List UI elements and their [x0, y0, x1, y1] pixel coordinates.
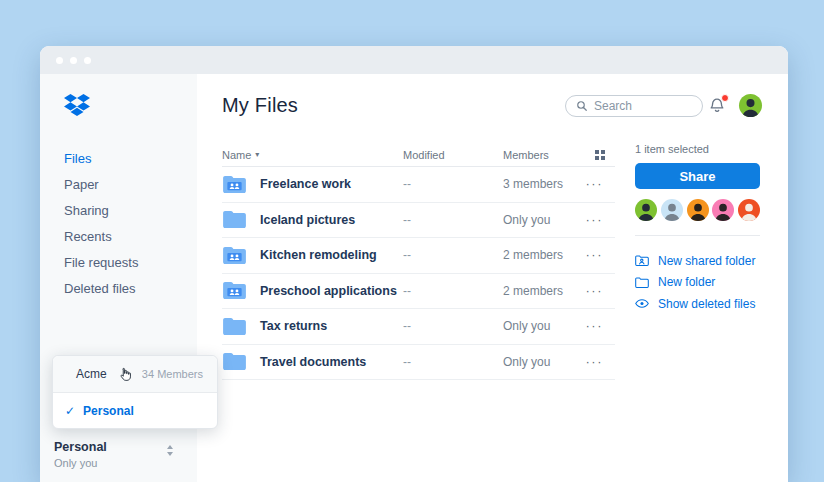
new-folder-button[interactable]: New folder [635, 272, 760, 294]
person-silhouette-icon [738, 199, 760, 221]
account-toggle-chevrons-icon[interactable] [167, 445, 173, 456]
person-silhouette-icon [712, 199, 734, 221]
file-name: Kitchen remodeling [260, 248, 377, 262]
action-label: New shared folder [658, 254, 755, 268]
file-name: Tax returns [260, 319, 327, 333]
selected-account-label: Personal [83, 404, 134, 418]
sidebar-item-sharing[interactable]: Sharing [40, 198, 197, 224]
file-name: Travel documents [260, 355, 366, 369]
sidebar-item-deleted-files[interactable]: Deleted files [40, 276, 197, 302]
shared-badge-icon [227, 288, 241, 296]
window-control-dot[interactable] [70, 57, 77, 64]
hand-cursor-icon [117, 367, 132, 382]
window-controls[interactable] [56, 57, 91, 64]
table-header: Name ▾ Modified Members [222, 143, 615, 167]
window-control-dot[interactable] [56, 57, 63, 64]
org-name: Acme [76, 367, 107, 381]
person-silhouette-icon [739, 94, 762, 117]
table-row[interactable]: Travel documents -- Only you ··· [222, 345, 615, 381]
folder-icon [222, 175, 247, 194]
eye-icon [635, 298, 649, 309]
folder-icon [222, 317, 247, 336]
members-value: Only you [503, 355, 583, 369]
sidebar-item-files[interactable]: Files [40, 146, 197, 172]
search-icon [576, 100, 588, 112]
folder-icon [222, 352, 247, 371]
members-value: Only you [503, 319, 583, 333]
table-row[interactable]: Tax returns -- Only you ··· [222, 309, 615, 345]
sidebar-item-recents[interactable]: Recents [40, 224, 197, 250]
members-value: 3 members [503, 177, 583, 191]
members-value: Only you [503, 213, 583, 227]
table-row[interactable]: Freelance work -- 3 members ··· [222, 167, 615, 203]
user-avatar[interactable] [739, 94, 762, 117]
file-table: Name ▾ Modified Members [222, 143, 615, 380]
account-switcher[interactable]: Personal Only you [54, 440, 187, 469]
sidebar-nav: Files Paper Sharing Recents File request… [40, 146, 197, 302]
members-value: 2 members [503, 248, 583, 262]
search-placeholder: Search [594, 99, 632, 113]
modified-value: -- [403, 248, 503, 262]
action-label: Show deleted files [658, 297, 755, 311]
file-name: Iceland pictures [260, 213, 355, 227]
popup-item-acme[interactable]: Acme 34 Members [53, 356, 217, 393]
account-detail: Only you [54, 457, 187, 469]
member-avatar[interactable] [712, 199, 734, 221]
shared-badge-icon [227, 253, 241, 261]
file-name: Preschool applications [260, 284, 397, 298]
account-switcher-popup: Acme 34 Members ✓ Personal [52, 355, 218, 429]
row-menu-ellipsis-icon[interactable]: ··· [586, 215, 604, 225]
row-menu-ellipsis-icon[interactable]: ··· [586, 321, 604, 331]
panel-divider [635, 235, 760, 236]
column-header-members[interactable]: Members [503, 149, 583, 161]
selection-panel: 1 item selected Share New shared folder [615, 143, 788, 380]
folder-icon [635, 276, 649, 289]
shared-folder-icon [635, 254, 649, 267]
sidebar-item-file-requests[interactable]: File requests [40, 250, 197, 276]
member-avatars [635, 199, 760, 221]
org-members-count: 34 Members [142, 368, 203, 380]
search-input[interactable]: Search [565, 95, 703, 117]
member-avatar[interactable] [687, 199, 709, 221]
folder-icon [222, 281, 247, 300]
file-name: Freelance work [260, 177, 351, 191]
sort-desc-icon: ▾ [255, 150, 259, 159]
page-title: My Files [222, 94, 298, 117]
window-control-dot[interactable] [84, 57, 91, 64]
row-menu-ellipsis-icon[interactable]: ··· [586, 357, 604, 367]
members-value: 2 members [503, 284, 583, 298]
app-window: Files Paper Sharing Recents File request… [40, 46, 788, 482]
row-menu-ellipsis-icon[interactable]: ··· [586, 250, 604, 260]
modified-value: -- [403, 177, 503, 191]
person-silhouette-icon [661, 199, 683, 221]
check-icon: ✓ [65, 404, 75, 418]
member-avatar[interactable] [661, 199, 683, 221]
modified-value: -- [403, 355, 503, 369]
window-titlebar[interactable] [40, 46, 788, 74]
member-avatar[interactable] [738, 199, 760, 221]
table-row[interactable]: Kitchen remodeling -- 2 members ··· [222, 238, 615, 274]
sidebar-item-paper[interactable]: Paper [40, 172, 197, 198]
row-menu-ellipsis-icon[interactable]: ··· [586, 286, 604, 296]
row-menu-ellipsis-icon[interactable]: ··· [586, 179, 604, 189]
selection-count: 1 item selected [635, 143, 760, 155]
column-header-name[interactable]: Name ▾ [222, 149, 403, 161]
popup-item-personal[interactable]: ✓ Personal [53, 393, 217, 428]
share-button[interactable]: Share [635, 163, 760, 189]
grid-view-icon[interactable] [595, 150, 605, 160]
modified-value: -- [403, 284, 503, 298]
column-header-modified[interactable]: Modified [403, 149, 503, 161]
new-shared-folder-button[interactable]: New shared folder [635, 250, 760, 272]
table-row[interactable]: Iceland pictures -- Only you ··· [222, 203, 615, 239]
folder-icon [222, 210, 247, 229]
person-silhouette-icon [687, 199, 709, 221]
table-row[interactable]: Preschool applications -- 2 members ··· [222, 274, 615, 310]
folder-icon [222, 246, 247, 265]
member-avatar[interactable] [635, 199, 657, 221]
show-deleted-files-button[interactable]: Show deleted files [635, 293, 760, 315]
notification-badge [721, 94, 729, 102]
modified-value: -- [403, 213, 503, 227]
dropbox-logo-icon[interactable] [64, 92, 90, 118]
notifications-button[interactable] [708, 96, 727, 115]
modified-value: -- [403, 319, 503, 333]
